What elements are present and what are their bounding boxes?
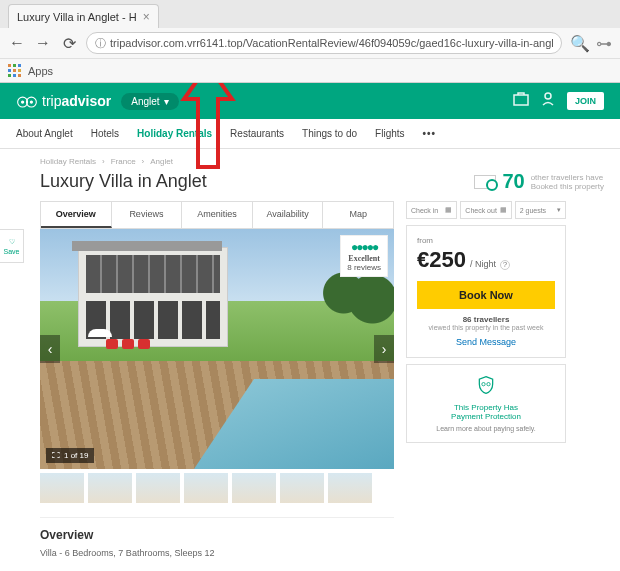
price-info-icon[interactable]: ? [500, 260, 510, 270]
booking-fields: Check in▦ Check out▦ 2 guests▾ [406, 201, 566, 219]
nav-things-to-do[interactable]: Things to do [302, 120, 357, 147]
svg-point-15 [482, 383, 485, 386]
travellers-badge: 70 other travellers haveBooked this prop… [474, 170, 604, 193]
traveller-count: 70 [502, 170, 524, 193]
nav-more[interactable]: ••• [423, 120, 437, 147]
tab-title: Luxury Villa in Anglet - H [17, 11, 137, 23]
overview-summary: Villa - 6 Bedrooms, 7 Bathrooms, Sleeps … [40, 548, 394, 558]
prev-photo-button[interactable]: ‹ [40, 335, 60, 363]
trips-icon[interactable] [513, 92, 529, 110]
send-message-link[interactable]: Send Message [417, 337, 555, 347]
tab-overview[interactable]: Overview [41, 202, 112, 228]
detail-tabs: Overview Reviews Amenities Availability … [40, 201, 394, 229]
tab-map[interactable]: Map [323, 202, 393, 228]
browser-tab[interactable]: Luxury Villa in Anglet - H × [8, 4, 159, 28]
breadcrumb-item[interactable]: France [111, 157, 136, 166]
reload-button[interactable]: ⟳ [60, 34, 78, 52]
content-area: ♡ Save Holiday Rentals› France› Anglet L… [0, 149, 620, 558]
svg-rect-6 [8, 74, 11, 77]
primary-nav: About Anglet Hotels Holiday Rentals Rest… [0, 119, 620, 149]
browser-chrome: Luxury Villa in Anglet - H × ← → ⟳ ⓘ tri… [0, 0, 620, 83]
apps-label[interactable]: Apps [28, 65, 53, 77]
tab-availability[interactable]: Availability [253, 202, 324, 228]
svg-rect-5 [18, 69, 21, 72]
site-header: tripadvisor Anglet ▾ JOIN [0, 83, 620, 119]
svg-point-14 [545, 93, 551, 99]
search-icon[interactable]: 🔍 [570, 34, 590, 53]
breadcrumb-item[interactable]: Holiday Rentals [40, 157, 96, 166]
url-highlighted-segment: .vrr6141.top [184, 37, 243, 49]
checkout-field[interactable]: Check out▦ [460, 201, 511, 219]
svg-rect-8 [18, 74, 21, 77]
site-info-icon[interactable]: ⓘ [95, 36, 106, 51]
nav-hotels[interactable]: Hotels [91, 120, 119, 147]
page-title: Luxury Villa in Anglet [40, 171, 207, 192]
expand-icon: ⛶ [52, 451, 60, 460]
tab-amenities[interactable]: Amenities [182, 202, 253, 228]
address-bar: ← → ⟳ ⓘ tripadvisor.com.vrr6141.top/Vaca… [0, 28, 620, 58]
svg-point-12 [30, 100, 33, 103]
photo-counter[interactable]: ⛶ 1 of 19 [46, 448, 94, 463]
svg-rect-13 [514, 95, 528, 105]
rating-badge: ●●●●● Excellent 8 reviews [340, 235, 388, 277]
profile-icon[interactable] [541, 92, 555, 110]
svg-rect-4 [13, 69, 16, 72]
page-viewport: tripadvisor Anglet ▾ JOIN About Anglet H… [0, 83, 620, 571]
svg-rect-7 [13, 74, 16, 77]
location-selector[interactable]: Anglet ▾ [121, 93, 178, 110]
thumbnail[interactable] [280, 473, 324, 503]
hero-photo[interactable]: ‹ › ●●●●● Excellent 8 reviews ⛶ 1 of 19 [40, 229, 394, 469]
thumbnail[interactable] [136, 473, 180, 503]
url-input[interactable]: ⓘ tripadvisor.com.vrr6141.top/VacationRe… [86, 32, 562, 54]
price-from-label: from [417, 236, 555, 245]
breadcrumb-item[interactable]: Anglet [150, 157, 173, 166]
checkin-field[interactable]: Check in▦ [406, 201, 457, 219]
join-button[interactable]: JOIN [567, 92, 604, 110]
tab-bar: Luxury Villa in Anglet - H × [0, 0, 620, 28]
breadcrumb: Holiday Rentals› France› Anglet [40, 157, 604, 166]
price-per: / Night [470, 259, 496, 269]
overview-section: Overview Villa - 6 Bedrooms, 7 Bathrooms… [40, 517, 394, 558]
save-button[interactable]: ♡ Save [0, 229, 24, 263]
tripadvisor-logo[interactable]: tripadvisor [16, 93, 111, 109]
key-icon[interactable]: ⊶ [596, 34, 612, 53]
price-value: €250 [417, 247, 466, 273]
tab-reviews[interactable]: Reviews [112, 202, 183, 228]
svg-rect-2 [18, 64, 21, 67]
next-photo-button[interactable]: › [374, 335, 394, 363]
thumbnail[interactable] [184, 473, 228, 503]
heart-icon: ♡ [9, 238, 15, 246]
back-button[interactable]: ← [8, 34, 26, 52]
book-now-button[interactable]: Book Now [417, 281, 555, 309]
chevron-down-icon: ▾ [164, 96, 169, 107]
thumbnail[interactable] [232, 473, 276, 503]
shield-icon [476, 375, 496, 395]
nav-about[interactable]: About Anglet [16, 120, 73, 147]
apps-icon[interactable] [8, 64, 22, 78]
payment-protection-panel: This Property HasPayment Protection Lear… [406, 364, 566, 443]
svg-rect-0 [8, 64, 11, 67]
svg-point-16 [487, 383, 490, 386]
thumbnail[interactable] [328, 473, 372, 503]
thumbnail-strip [40, 473, 394, 503]
forward-button[interactable]: → [34, 34, 52, 52]
nav-restaurants[interactable]: Restaurants [230, 120, 284, 147]
card-check-icon [474, 175, 496, 189]
thumbnail[interactable] [88, 473, 132, 503]
close-tab-icon[interactable]: × [143, 10, 150, 24]
svg-rect-1 [13, 64, 16, 67]
thumbnail[interactable] [40, 473, 84, 503]
svg-point-11 [21, 100, 24, 103]
svg-rect-3 [8, 69, 11, 72]
learn-more-link[interactable]: Learn more about paying safely. [417, 425, 555, 432]
owl-icon [16, 94, 38, 108]
nav-holiday-rentals[interactable]: Holiday Rentals [137, 120, 212, 147]
nav-flights[interactable]: Flights [375, 120, 404, 147]
rating-dots-icon: ●●●●● [347, 240, 381, 254]
booking-panel: from €250 / Night ? Book Now 86 travelle… [406, 225, 566, 358]
social-proof: 86 travellersviewed this property in the… [417, 315, 555, 331]
bookmarks-bar: Apps [0, 58, 620, 82]
url-text: tripadvisor.com.vrr6141.top/VacationRent… [110, 37, 553, 49]
guests-field[interactable]: 2 guests▾ [515, 201, 566, 219]
overview-heading: Overview [40, 528, 394, 542]
